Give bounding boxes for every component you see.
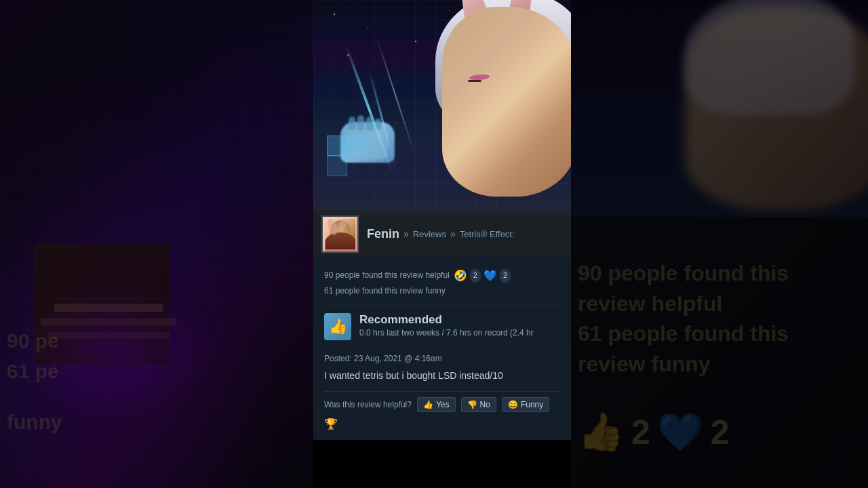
center-panel: Fenin » Reviews » Tetris® Effect: 90 peo… (313, 0, 571, 488)
helpful-row: Was this review helpful? 👍 Yes 👎 No 😄 Fu… (324, 397, 560, 430)
reaction-emoji-1: 🤣 (454, 267, 467, 285)
helpful-stats: 90 people found this review helpful 🤣 2 … (324, 267, 560, 298)
breadcrumb-reviews: Reviews (413, 229, 446, 239)
character-art (408, 0, 571, 210)
reaction-count-2: 2 (500, 269, 511, 283)
posted-date: Posted: 23 Aug, 2021 @ 4:16am (324, 354, 560, 363)
thumbs-down-no-icon: 👎 (467, 400, 477, 409)
breadcrumb-sep-1: » (403, 228, 409, 239)
award-icon: 🏆 (324, 418, 338, 430)
hours-text: 0.0 hrs last two weeks / 7.6 hrs on reco… (359, 328, 534, 338)
avatar-border (323, 217, 357, 251)
funny-button[interactable]: 😄 Funny (502, 397, 549, 412)
thumbs-up-icon: 👍 (324, 313, 351, 340)
date-value: 23 Aug, 2021 @ 4:16am (354, 354, 442, 363)
user-info: Fenin » Reviews » Tetris® Effect: (367, 227, 563, 241)
avatar (321, 216, 359, 253)
recommended-info: Recommended 0.0 hrs last two weeks / 7.6… (359, 313, 534, 338)
review-content: I wanted tetris but i bought LSD instead… (324, 369, 560, 383)
breadcrumb-game: Tetris® Effect: (460, 229, 515, 239)
bg-left-funny-echo: funny (7, 411, 62, 434)
recommended-label: Recommended (359, 313, 534, 327)
helpful-question: Was this review helpful? (324, 400, 412, 409)
helpful-line2: 61 people found this review funny (324, 285, 560, 298)
no-button[interactable]: 👎 No (461, 397, 496, 412)
breadcrumb-sep-2: » (450, 228, 456, 239)
bg-left-text-echo: 90 pe 61 pe (7, 325, 59, 386)
helpful-line1: 90 people found this review helpful (324, 269, 450, 282)
character-face (442, 7, 571, 197)
bg-right-reactions-echo: 👍 2 💙 2 (578, 410, 730, 454)
funny-label: Funny (521, 400, 543, 409)
reaction-emoji-2: 💙 (484, 267, 497, 285)
thumbs-up-yes-icon: 👍 (423, 400, 433, 409)
divider (324, 391, 560, 392)
background-left: 90 pe 61 pe funny (0, 0, 313, 488)
no-label: No (480, 400, 490, 409)
yes-button[interactable]: 👍 Yes (417, 397, 456, 412)
background-right: 90 people found this review helpful 61 p… (571, 0, 868, 488)
game-art (313, 0, 571, 217)
bg-right-text-echo: 90 people found this review helpful 61 p… (578, 258, 861, 380)
yes-label: Yes (436, 400, 450, 409)
username: Fenin (367, 227, 399, 241)
reaction-count-1: 2 (470, 269, 481, 283)
review-section: 90 people found this review helpful 🤣 2 … (313, 258, 571, 440)
user-header: Fenin » Reviews » Tetris® Effect: (313, 210, 571, 258)
recommended-row: 👍 Recommended 0.0 hrs last two weeks / 7… (324, 306, 560, 347)
funny-icon: 😄 (508, 400, 518, 409)
